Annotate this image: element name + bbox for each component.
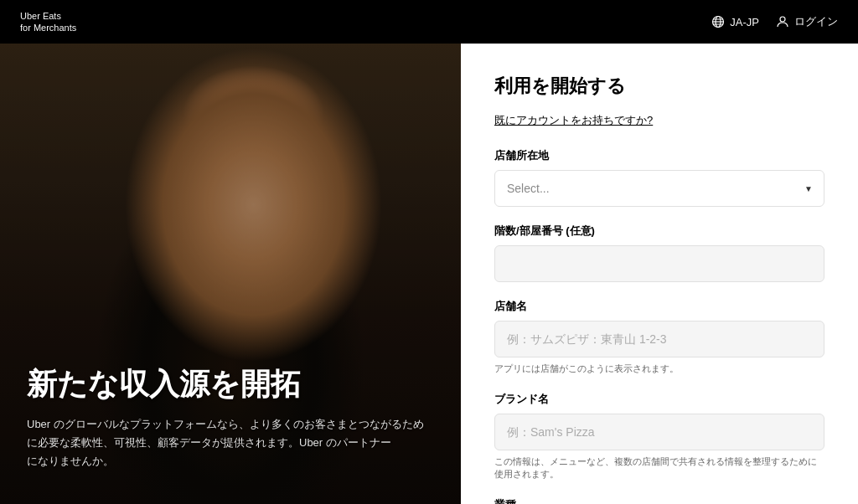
login-label: ログイン — [794, 14, 838, 29]
logo-line2: for Merchants — [20, 22, 76, 33]
category-label: 業種 — [494, 497, 824, 504]
brand-name-label: ブランド名 — [494, 392, 824, 407]
hero-text-container: 新たな収入源を開拓 Uber のグローバルなプラットフォームなら、より多くのお客… — [27, 366, 444, 471]
store-name-label: 店舗名 — [494, 299, 824, 314]
floor-label: 階数/部屋番号 (任意) — [494, 224, 824, 239]
category-field-group: 業種 Select... ▼ — [494, 497, 824, 504]
brand-name-field-group: ブランド名 この情報は、メニューなど、複数の店舗間で共有される情報を整理するため… — [494, 392, 824, 481]
header: Uber Eats for Merchants JA-JP ログイン — [0, 0, 858, 44]
globe-icon — [711, 15, 725, 28]
location-select[interactable]: Select... — [494, 170, 824, 207]
brand-name-hint: この情報は、メニューなど、複数の店舗間で共有される情報を整理するために使用されま… — [494, 455, 824, 481]
login-button[interactable]: ログイン — [776, 14, 838, 29]
store-name-input[interactable] — [494, 321, 824, 357]
already-account-link[interactable]: 既にアカウントをお持ちですか? — [494, 113, 653, 128]
hero-title: 新たな収入源を開拓 — [27, 366, 444, 402]
store-name-field-group: 店舗名 アプリには店舗がこのように表示されます。 — [494, 299, 824, 375]
location-label: 店舗所在地 — [494, 148, 824, 163]
logo: Uber Eats for Merchants — [20, 10, 76, 34]
hero-panel: 新たな収入源を開拓 Uber のグローバルなプラットフォームなら、より多くのお客… — [0, 44, 461, 504]
location-field-group: 店舗所在地 Select... ▼ — [494, 148, 824, 207]
header-right: JA-JP ログイン — [711, 14, 838, 29]
lang-label: JA-JP — [730, 16, 759, 28]
logo-line1: Uber Eats — [20, 10, 76, 22]
person-icon — [776, 15, 789, 28]
hero-subtitle: Uber のグローバルなプラットフォームなら、より多くのお客さまとつながるため … — [27, 415, 444, 471]
brand-name-input[interactable] — [494, 414, 824, 450]
form-title: 利用を開始する — [494, 74, 824, 99]
main-layout: 新たな収入源を開拓 Uber のグローバルなプラットフォームなら、より多くのお客… — [0, 0, 858, 504]
floor-input[interactable] — [494, 245, 824, 282]
floor-field-group: 階数/部屋番号 (任意) — [494, 224, 824, 282]
form-panel: 利用を開始する 既にアカウントをお持ちですか? 店舗所在地 Select... … — [461, 44, 858, 504]
language-selector[interactable]: JA-JP — [711, 15, 759, 28]
svg-point-5 — [780, 17, 785, 22]
store-name-hint: アプリには店舗がこのように表示されます。 — [494, 363, 824, 375]
location-select-wrapper: Select... ▼ — [494, 170, 824, 207]
